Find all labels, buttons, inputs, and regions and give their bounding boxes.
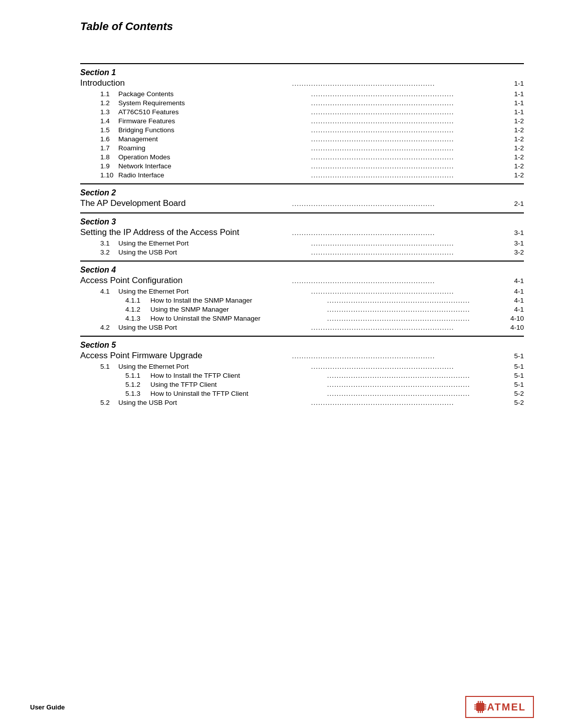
dots-line-section4-1: ........................................… <box>327 297 502 304</box>
toc-number-section1-4: 1.5 <box>100 126 118 134</box>
toc-entry-page-section1-4: 1-2 <box>504 126 524 134</box>
toc-entry-page-section1-6: 1-2 <box>504 144 524 152</box>
toc-entry-page-section5-1: 5-1 <box>504 372 524 379</box>
toc-number-section1-6: 1.7 <box>100 144 118 152</box>
dots-line-section5-0: ........................................… <box>311 363 502 370</box>
toc-number-section4-4: 4.2 <box>100 324 118 331</box>
toc-number-section1-0: 1.1 <box>100 90 118 98</box>
toc-label-section1-0: Package Contents <box>118 90 309 98</box>
toc-label-section5-1: How to Install the TFTP Client <box>150 372 325 379</box>
toc-page-4: 4-1 <box>504 277 524 285</box>
atmel-logo: ATMEL <box>465 696 534 718</box>
toc-entry-section4-3: 4.1.3How to Uninstall the SNMP Manager .… <box>80 315 524 323</box>
toc-entry-page-section5-4: 5-2 <box>504 399 524 406</box>
toc-number-section1-5: 1.6 <box>100 135 118 143</box>
atmel-logo-box: ATMEL <box>465 696 534 718</box>
dots-line-section1-7: ........................................… <box>311 153 502 161</box>
dots-line-section5-3: ........................................… <box>327 390 502 397</box>
svg-rect-0 <box>476 703 484 711</box>
svg-rect-12 <box>482 711 483 713</box>
toc-dots-5: ........................................… <box>292 352 502 360</box>
toc-entry-dots-section5-0: ........................................… <box>311 363 502 371</box>
toc-entry-dots-section1-6: ........................................… <box>311 144 502 152</box>
toc-entry-page-section4-4: 4-10 <box>504 324 524 331</box>
toc-number-section3-0: 3.1 <box>100 239 118 247</box>
toc-entry-page-section3-1: 3-2 <box>504 249 524 256</box>
page: Table of Contents Section 1Introduction … <box>0 0 564 728</box>
toc-entry-dots-section4-4: ........................................… <box>311 324 502 332</box>
toc-entry-section5-1: 5.1.1How to Install the TFTP Client ....… <box>80 372 524 380</box>
toc-entry-page-section1-1: 1-1 <box>504 99 524 107</box>
toc-entry-page-section1-3: 1-2 <box>504 117 524 125</box>
toc-entry-dots-section1-7: ........................................… <box>311 153 502 161</box>
toc-entry-dots-section3-0: ........................................… <box>311 239 502 248</box>
toc-entry-section1-0: 1.1Package Contents ....................… <box>80 90 524 98</box>
dots-span-2: ........................................… <box>292 200 502 207</box>
footer: User Guide <box>0 696 564 718</box>
toc-label-section3-1: Using the USB Port <box>118 249 309 256</box>
toc-number-section5-2: 5.1.2 <box>125 381 150 388</box>
atmel-logo-inner: ATMEL <box>473 700 526 714</box>
svg-rect-3 <box>474 708 476 709</box>
toc-label-section5-0: Using the Ethernet Port <box>118 363 309 370</box>
toc-entry-dots-section1-9: ........................................… <box>311 171 502 179</box>
section-heading-3: Section 3 <box>80 217 524 226</box>
toc-label-section4-3: How to Uninstall the SNMP Manager <box>150 315 325 322</box>
toc-number-section5-3: 5.1.3 <box>125 390 150 397</box>
svg-rect-7 <box>478 701 479 703</box>
toc-container: Section 1Introduction ..................… <box>80 63 524 407</box>
toc-entry-section1-5: 1.6Management ..........................… <box>80 135 524 143</box>
toc-entry-section1-1: 1.2System Requirements .................… <box>80 99 524 107</box>
toc-entry-dots-section1-3: ........................................… <box>311 117 502 125</box>
toc-number-section5-1: 5.1.1 <box>125 372 150 379</box>
toc-entry-page-section4-1: 4-1 <box>504 297 524 304</box>
toc-page-1: 1-1 <box>504 80 524 87</box>
toc-entry-dots-section1-4: ........................................… <box>311 126 502 134</box>
toc-number-section1-2: 1.3 <box>100 108 118 116</box>
section-heading-1: Section 1 <box>80 68 524 77</box>
section-heading-2: Section 2 <box>80 188 524 197</box>
toc-entry-page-section1-5: 1-2 <box>504 135 524 143</box>
toc-label-section4-2: Using the SNMP Manager <box>150 306 325 313</box>
dots-line-section4-4: ........................................… <box>311 324 502 331</box>
toc-page-2: 2-1 <box>504 200 524 207</box>
page-title: Table of Contents <box>80 20 524 33</box>
toc-label-section1-6: Roaming <box>118 144 309 152</box>
section-block-3: Section 3Setting the IP Address of the A… <box>80 217 524 257</box>
dots-line-section4-3: ........................................… <box>327 315 502 322</box>
toc-entry-section1-7: 1.8Operation Modes .....................… <box>80 153 524 161</box>
toc-title-label-4: Access Point Configuration <box>80 276 290 286</box>
toc-entry-dots-section4-2: ........................................… <box>327 306 502 314</box>
svg-rect-1 <box>474 704 476 705</box>
toc-entry-dots-section5-1: ........................................… <box>327 372 502 380</box>
atmel-chip-icon <box>473 700 487 714</box>
toc-entry-title-2: The AP Development Board ...............… <box>80 198 524 208</box>
toc-label-section4-0: Using the Ethernet Port <box>118 288 309 295</box>
dots-span-5: ........................................… <box>292 352 502 360</box>
toc-number-section4-3: 4.1.3 <box>125 315 150 322</box>
toc-number-section1-3: 1.4 <box>100 117 118 125</box>
toc-label-section4-1: How to Install the SNMP Manager <box>150 297 325 304</box>
toc-entry-section5-3: 5.1.3How to Uninstall the TFTP Client ..… <box>80 390 524 398</box>
dots-line-section1-3: ........................................… <box>311 117 502 125</box>
toc-entry-dots-section4-0: ........................................… <box>311 288 502 296</box>
section-heading-4: Section 4 <box>80 266 524 275</box>
toc-entry-page-section1-2: 1-1 <box>504 108 524 116</box>
toc-entry-section3-0: 3.1Using the Ethernet Port .............… <box>80 239 524 248</box>
toc-entry-page-section5-3: 5-2 <box>504 390 524 397</box>
section-divider-3 <box>80 212 524 213</box>
toc-entry-section4-2: 4.1.2Using the SNMP Manager ............… <box>80 306 524 314</box>
footer-label: User Guide <box>30 703 65 711</box>
section-divider-5 <box>80 336 524 337</box>
toc-label-section1-5: Management <box>118 135 309 143</box>
toc-label-section1-3: Firmware Features <box>118 117 309 125</box>
toc-entry-page-section5-2: 5-1 <box>504 381 524 388</box>
section-divider-4 <box>80 261 524 262</box>
dots-span-4: ........................................… <box>292 277 502 285</box>
toc-label-section5-3: How to Uninstall the TFTP Client <box>150 390 325 397</box>
toc-entry-dots-section1-1: ........................................… <box>311 99 502 107</box>
toc-number-section1-7: 1.8 <box>100 153 118 161</box>
toc-number-section1-1: 1.2 <box>100 99 118 107</box>
toc-entry-dots-section3-1: ........................................… <box>311 249 502 257</box>
svg-rect-9 <box>482 701 483 703</box>
